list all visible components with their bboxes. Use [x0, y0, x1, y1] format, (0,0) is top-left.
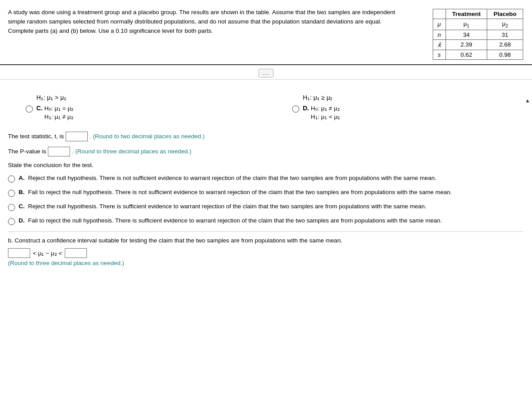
test-stat-suffix: . (Round to two decimal places as needed…	[90, 133, 205, 140]
table-header-empty	[433, 9, 446, 19]
option-c-label: C.	[36, 105, 43, 112]
divider-row: ...	[0, 65, 532, 80]
table-header-placebo: Placebo	[487, 9, 523, 19]
pvalue-label: The P-value is	[8, 148, 46, 155]
pvalue-input[interactable]	[48, 147, 70, 156]
option-d-h1-2: H₁: μ₁ < μ₂	[311, 113, 340, 120]
cell-mu-placebo: μ2	[487, 19, 523, 30]
cell-s-treatment: 0.62	[446, 50, 487, 59]
row-label-mu: μ	[433, 19, 446, 30]
table-row: s 0.62 0.98	[433, 50, 523, 59]
option-c-radio[interactable]	[26, 105, 33, 113]
ci-middle-text: < μ₁ − μ₂ <	[33, 250, 62, 257]
option-d-choice[interactable]: D. H₀: μ₁ ≠ μ₂ H₁: μ₁ < μ₂	[292, 105, 523, 120]
answer-d-body: D. Fail to reject the null hypothesis. T…	[19, 217, 523, 224]
part-b: b. Construct a confidence interval suita…	[8, 231, 523, 266]
dots-button[interactable]: ...	[258, 69, 274, 78]
answer-a-text: Reject the null hypothesis. There is not…	[28, 175, 436, 181]
answer-a-letter: A.	[19, 175, 25, 181]
option-c-block: C. H₀: μ₁ = μ₂ H₁: μ₁ ≠ μ₂	[36, 105, 74, 120]
answer-d-choice[interactable]: D. Fail to reject the null hypothesis. T…	[8, 217, 523, 225]
row-label-x: x̄	[433, 39, 446, 50]
answer-c-body: C. Reject the null hypothesis. There is …	[19, 203, 523, 210]
table-row: x̄ 2.39 2.68	[433, 39, 523, 50]
row-label-n: n	[433, 30, 446, 39]
option-d-block: D. H₀: μ₁ ≠ μ₂ H₁: μ₁ < μ₂	[303, 105, 340, 120]
option-c-lines: H₀: μ₁ = μ₂ H₁: μ₁ ≠ μ₂	[44, 105, 74, 120]
test-stat-row: The test statistic, t, is . (Round to tw…	[8, 132, 523, 141]
cell-n-treatment: 34	[446, 30, 487, 39]
option-c-choice[interactable]: C. H₀: μ₁ = μ₂ H₁: μ₁ ≠ μ₂	[26, 105, 266, 120]
answer-b-choice[interactable]: B. Fail to reject the null hypothesis. T…	[8, 189, 523, 197]
data-table: Treatment Placebo μ μ1 μ2 n 34 31	[433, 9, 523, 60]
answer-d-text: Fail to reject the null hypothesis. Ther…	[28, 217, 442, 224]
answer-c-choice[interactable]: C. Reject the null hypothesis. There is …	[8, 203, 523, 211]
pvalue-row: The P-value is . (Round to three decimal…	[8, 147, 523, 156]
answer-b-letter: B.	[19, 189, 25, 195]
answer-d-letter: D.	[19, 217, 25, 224]
option-c-h0: H₀: μ₁ = μ₂	[44, 105, 74, 112]
hypotheses-grid: H₁: μ₁ > μ₂ C. H₀: μ₁ = μ₂ H₁: μ₁ ≠ μ₂	[8, 94, 523, 124]
option-d-lines: H₀: μ₁ ≠ μ₂ H₁: μ₁ < μ₂	[311, 105, 340, 120]
hyp-d-h1-top: H₁: μ₁ ≥ μ₂	[303, 94, 333, 101]
table-header-treatment: Treatment	[446, 9, 487, 19]
hyp-top-text: H₁: μ₁ > μ₂	[26, 94, 266, 101]
top-section: A study was done using a treatment group…	[0, 0, 532, 65]
cell-s-placebo: 0.98	[487, 50, 523, 59]
cell-x-treatment: 2.39	[446, 39, 487, 50]
scroll-arrow-up[interactable]: ▲	[525, 98, 530, 104]
answer-b-text: Fail to reject the null hypothesis. Ther…	[28, 189, 452, 195]
pvalue-suffix: . (Round to three decimal places as need…	[72, 148, 191, 155]
test-stat-label: The test statistic, t, is	[8, 133, 64, 140]
cell-mu-treatment: μ1	[446, 19, 487, 30]
answer-d-radio[interactable]	[8, 218, 15, 225]
table-row: n 34 31	[433, 30, 523, 39]
hyp-right: H₁: μ₁ ≥ μ₂ D. H₀: μ₁ ≠ μ₂ H₁: μ₁ < μ₂	[266, 94, 523, 124]
ci-lower-input[interactable]	[8, 248, 30, 258]
ci-round-note: (Round to three decimal places as needed…	[8, 260, 523, 266]
main-content: H₁: μ₁ > μ₂ C. H₀: μ₁ = μ₂ H₁: μ₁ ≠ μ₂	[0, 87, 532, 277]
answer-a-choice[interactable]: A. Reject the null hypothesis. There is …	[8, 175, 523, 183]
option-d-h0: H₀: μ₁ ≠ μ₂	[311, 105, 340, 112]
conclusion-label: State the conclusion for the test.	[8, 162, 523, 168]
answer-a-body: A. Reject the null hypothesis. There is …	[19, 175, 523, 181]
cell-n-placebo: 31	[487, 30, 523, 39]
hyp-d-top: H₁: μ₁ ≥ μ₂	[292, 94, 523, 101]
option-d-radio[interactable]	[292, 105, 299, 113]
data-table-container: Treatment Placebo μ μ1 μ2 n 34 31	[433, 9, 523, 60]
option-c-h1: H₁: μ₁ ≠ μ₂	[44, 113, 74, 120]
test-stat-input[interactable]	[66, 132, 88, 141]
table-row: μ μ1 μ2	[433, 19, 523, 30]
answer-b-body: B. Fail to reject the null hypothesis. T…	[19, 189, 523, 195]
page-wrapper: A study was done using a treatment group…	[0, 0, 532, 394]
problem-text: A study was done using a treatment group…	[8, 8, 407, 36]
row-label-s: s	[433, 50, 446, 59]
hyp-left: H₁: μ₁ > μ₂ C. H₀: μ₁ = μ₂ H₁: μ₁ ≠ μ₂	[8, 94, 266, 124]
confidence-interval-row: < μ₁ − μ₂ <	[8, 248, 523, 258]
answer-c-letter: C.	[19, 203, 25, 210]
part-b-label: b. Construct a confidence interval suita…	[8, 237, 342, 244]
option-d-label: D.	[303, 105, 309, 112]
answer-c-text: Reject the null hypothesis. There is suf…	[28, 203, 426, 210]
answer-c-radio[interactable]	[8, 204, 15, 211]
ci-upper-input[interactable]	[65, 248, 87, 258]
cell-x-placebo: 2.68	[487, 39, 523, 50]
answer-b-radio[interactable]	[8, 190, 15, 197]
answer-a-radio[interactable]	[8, 176, 15, 183]
hyp-h1-gt: H₁: μ₁ > μ₂	[36, 94, 66, 101]
